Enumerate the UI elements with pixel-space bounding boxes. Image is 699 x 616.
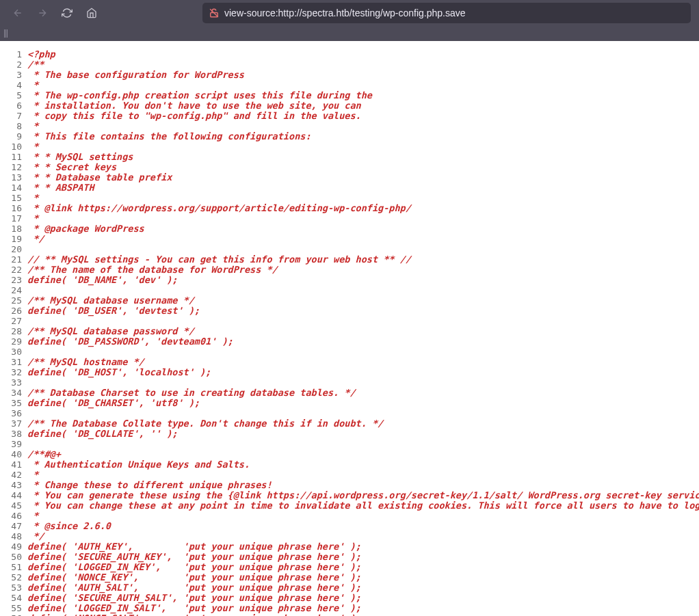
code-line: 17 * — [0, 213, 699, 224]
line-content: /** — [25, 59, 44, 70]
line-content: * * ABSPATH — [25, 183, 94, 193]
line-number: 19 — [0, 234, 25, 244]
line-content: define( 'NONCE_SALT', 'put your unique p… — [25, 613, 361, 616]
code-line: 25/** MySQL database username */ — [0, 295, 699, 306]
line-number: 40 — [0, 449, 25, 459]
line-number: 17 — [0, 213, 25, 224]
line-number: 21 — [0, 254, 25, 265]
line-content: * @since 2.6.0 — [25, 521, 111, 531]
insecure-lock-icon — [209, 8, 219, 18]
line-content: * — [25, 121, 38, 131]
line-content: * You can change these at any point in t… — [25, 500, 699, 511]
line-number: 47 — [0, 521, 25, 531]
code-line: 30 — [0, 347, 699, 357]
line-content: * — [25, 142, 38, 152]
line-number: 49 — [0, 541, 25, 552]
line-number: 13 — [0, 172, 25, 183]
code-line: 49define( 'AUTH_KEY', 'put your unique p… — [0, 541, 699, 552]
line-content: define( 'DB_CHARSET', 'utf8' ); — [25, 398, 200, 408]
code-line: 14 * * ABSPATH — [0, 183, 699, 193]
line-number: 7 — [0, 111, 25, 121]
line-number: 30 — [0, 347, 25, 357]
back-button[interactable] — [8, 3, 27, 23]
line-number: 9 — [0, 131, 25, 142]
line-content — [25, 316, 27, 326]
line-number: 38 — [0, 429, 25, 439]
line-content — [25, 244, 27, 254]
code-line: 16 * @link https://wordpress.org/support… — [0, 203, 699, 213]
line-number: 34 — [0, 388, 25, 398]
line-number: 48 — [0, 531, 25, 541]
line-number: 27 — [0, 316, 25, 326]
sidebar-toggle[interactable] — [4, 29, 8, 38]
line-content: define( 'LOGGED_IN_KEY', 'put your uniqu… — [25, 562, 361, 572]
line-number: 3 — [0, 70, 25, 80]
code-line: 7 * copy this file to "wp-config.php" an… — [0, 111, 699, 121]
address-bar[interactable]: view-source:http://spectra.htb/testing/w… — [202, 3, 691, 23]
line-number: 15 — [0, 193, 25, 203]
code-line: 47 * @since 2.6.0 — [0, 521, 699, 531]
source-view[interactable]: 1<?php2/**3 * The base configuration for… — [0, 41, 699, 616]
line-number: 20 — [0, 244, 25, 254]
reload-button[interactable] — [57, 3, 77, 23]
line-number: 37 — [0, 418, 25, 429]
code-line: 36 — [0, 408, 699, 418]
line-number: 31 — [0, 357, 25, 367]
line-content — [25, 408, 27, 418]
line-content — [25, 285, 27, 295]
code-line: 6 * installation. You don't have to use … — [0, 101, 699, 111]
line-number: 29 — [0, 336, 25, 347]
line-content: */ — [25, 531, 44, 541]
url-text: view-source:http://spectra.htb/testing/w… — [224, 8, 466, 18]
code-line: 44 * You can generate these using the {@… — [0, 490, 699, 500]
line-number: 53 — [0, 582, 25, 593]
line-content: /**#@+ — [25, 449, 61, 459]
line-number: 26 — [0, 306, 25, 316]
line-content: * copy this file to "wp-config.php" and … — [25, 111, 361, 121]
line-number: 28 — [0, 326, 25, 336]
code-line: 48 */ — [0, 531, 699, 541]
line-content: * Change these to different unique phras… — [25, 480, 272, 490]
line-content: /** MySQL database username */ — [25, 295, 194, 306]
line-number: 6 — [0, 101, 25, 111]
line-number: 52 — [0, 572, 25, 582]
code-line: 24 — [0, 285, 699, 295]
code-line: 12 * * Secret keys — [0, 162, 699, 172]
line-content: define( 'LOGGED_IN_SALT', 'put your uniq… — [25, 603, 361, 613]
code-line: 3 * The base configuration for WordPress — [0, 70, 699, 80]
line-content: <?php — [25, 49, 55, 59]
line-content: * — [25, 511, 38, 521]
line-content: * The base configuration for WordPress — [25, 70, 244, 80]
line-content: define( 'DB_HOST', 'localhost' ); — [25, 367, 211, 377]
line-content: * — [25, 213, 38, 224]
browser-toolbar: view-source:http://spectra.htb/testing/w… — [0, 0, 699, 26]
code-line: 10 * — [0, 142, 699, 152]
code-line: 18 * @package WordPress — [0, 224, 699, 234]
code-line: 55define( 'LOGGED_IN_SALT', 'put your un… — [0, 603, 699, 613]
line-number: 56 — [0, 613, 25, 616]
line-number: 41 — [0, 459, 25, 470]
line-content: * — [25, 470, 38, 480]
home-icon — [86, 8, 97, 18]
line-number: 23 — [0, 275, 25, 285]
line-number: 14 — [0, 183, 25, 193]
line-number: 25 — [0, 295, 25, 306]
line-content: define( 'DB_NAME', 'dev' ); — [25, 275, 177, 285]
code-line: 19 */ — [0, 234, 699, 244]
forward-button[interactable] — [33, 3, 52, 23]
line-content: /** The Database Collate type. Don't cha… — [25, 418, 383, 429]
code-line: 27 — [0, 316, 699, 326]
code-line: 8 * — [0, 121, 699, 131]
line-number: 51 — [0, 562, 25, 572]
code-line: 50define( 'SECURE_AUTH_KEY', 'put your u… — [0, 552, 699, 562]
home-button[interactable] — [82, 3, 101, 23]
code-line: 32define( 'DB_HOST', 'localhost' ); — [0, 367, 699, 377]
line-content: // ** MySQL settings - You can get this … — [25, 254, 411, 265]
code-line: 26define( 'DB_USER', 'devtest' ); — [0, 306, 699, 316]
code-line: 28/** MySQL database password */ — [0, 326, 699, 336]
line-content — [25, 377, 27, 388]
line-number: 5 — [0, 90, 25, 101]
arrow-left-icon — [12, 8, 23, 18]
line-content: define( 'AUTH_SALT', 'put your unique ph… — [25, 582, 361, 593]
code-line: 41 * Authentication Unique Keys and Salt… — [0, 459, 699, 470]
